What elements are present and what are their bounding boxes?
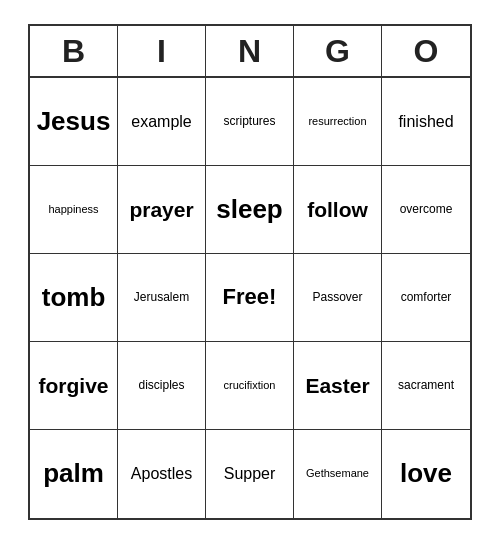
bingo-cell-16: disciples (118, 342, 206, 430)
bingo-cell-5: happiness (30, 166, 118, 254)
bingo-cell-20: palm (30, 430, 118, 518)
cell-text-1: example (131, 112, 191, 131)
cell-text-14: comforter (401, 290, 452, 304)
cell-text-4: finished (398, 112, 453, 131)
bingo-cell-17: crucifixtion (206, 342, 294, 430)
bingo-cell-15: forgive (30, 342, 118, 430)
bingo-header: BINGO (30, 26, 470, 78)
cell-text-19: sacrament (398, 378, 454, 392)
cell-text-3: resurrection (308, 115, 366, 128)
header-letter-n: N (206, 26, 294, 76)
bingo-cell-23: Gethsemane (294, 430, 382, 518)
bingo-cell-10: tomb (30, 254, 118, 342)
bingo-grid: Jesusexamplescripturesresurrectionfinish… (30, 78, 470, 518)
cell-text-9: overcome (400, 202, 453, 216)
header-letter-b: B (30, 26, 118, 76)
cell-text-16: disciples (138, 378, 184, 392)
cell-text-5: happiness (48, 203, 98, 216)
cell-text-11: Jerusalem (134, 290, 189, 304)
bingo-cell-0: Jesus (30, 78, 118, 166)
bingo-cell-18: Easter (294, 342, 382, 430)
bingo-cell-14: comforter (382, 254, 470, 342)
cell-text-12: Free! (223, 284, 277, 310)
cell-text-2: scriptures (223, 114, 275, 128)
cell-text-8: follow (307, 197, 368, 222)
cell-text-0: Jesus (37, 106, 111, 137)
bingo-cell-1: example (118, 78, 206, 166)
cell-text-7: sleep (216, 194, 283, 225)
cell-text-23: Gethsemane (306, 467, 369, 480)
cell-text-15: forgive (38, 373, 108, 398)
bingo-cell-7: sleep (206, 166, 294, 254)
cell-text-18: Easter (305, 373, 369, 398)
bingo-cell-13: Passover (294, 254, 382, 342)
cell-text-10: tomb (42, 282, 106, 313)
header-letter-i: I (118, 26, 206, 76)
cell-text-6: prayer (129, 197, 193, 222)
bingo-cell-12: Free! (206, 254, 294, 342)
cell-text-21: Apostles (131, 464, 192, 483)
bingo-cell-19: sacrament (382, 342, 470, 430)
bingo-cell-4: finished (382, 78, 470, 166)
bingo-cell-22: Supper (206, 430, 294, 518)
header-letter-g: G (294, 26, 382, 76)
cell-text-20: palm (43, 458, 104, 489)
bingo-cell-2: scriptures (206, 78, 294, 166)
bingo-cell-11: Jerusalem (118, 254, 206, 342)
cell-text-22: Supper (224, 464, 276, 483)
cell-text-24: love (400, 458, 452, 489)
header-letter-o: O (382, 26, 470, 76)
cell-text-13: Passover (312, 290, 362, 304)
bingo-card: BINGO Jesusexamplescripturesresurrection… (28, 24, 472, 520)
bingo-cell-21: Apostles (118, 430, 206, 518)
bingo-cell-24: love (382, 430, 470, 518)
bingo-cell-8: follow (294, 166, 382, 254)
bingo-cell-9: overcome (382, 166, 470, 254)
bingo-cell-3: resurrection (294, 78, 382, 166)
cell-text-17: crucifixtion (224, 379, 276, 392)
bingo-cell-6: prayer (118, 166, 206, 254)
